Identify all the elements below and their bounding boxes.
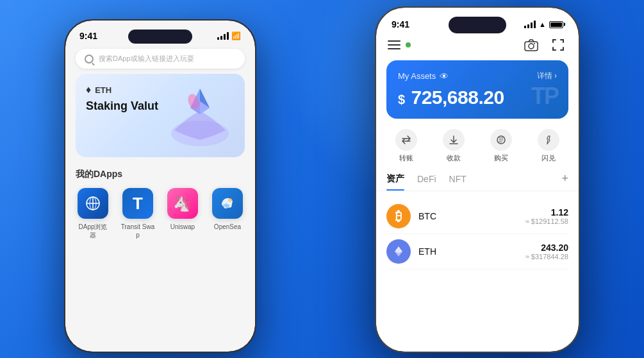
receive-label: 收款 (447, 153, 461, 163)
eth-usd: ≈ $317844.28 (525, 253, 568, 260)
eye-icon[interactable]: 👁 (440, 71, 449, 81)
battery-fill (550, 22, 562, 27)
asset-tabs: 资产 DeFi NFT + (376, 172, 579, 191)
flash-button[interactable]: 闪兑 (538, 129, 559, 163)
notch-left (128, 30, 192, 44)
dynamic-island (449, 17, 506, 33)
assets-header: My Assets 👁 详情 › (398, 71, 557, 81)
tab-nft[interactable]: NFT (449, 174, 466, 189)
receive-icon (443, 129, 465, 151)
asset-row-btc[interactable]: ₿ BTC 1.12 ≈ $129112.58 (386, 199, 568, 234)
phone-right-screen: 9:41 ▲ (376, 8, 579, 352)
battery-icon-right (549, 21, 563, 28)
btc-icon: ₿ (386, 204, 411, 228)
dapp-uniswap-icon: 🦄 (167, 188, 198, 219)
eth-coin-icon (386, 239, 411, 264)
dapp-transit-icon: T (122, 188, 153, 219)
svg-point-14 (534, 43, 535, 44)
flash-label: 闪兑 (541, 153, 556, 163)
tab-assets[interactable]: 资产 (386, 173, 404, 190)
dapp-uniswap-label: Uniswap (170, 223, 195, 231)
status-icons-left: 📶 (217, 31, 241, 40)
phones-container: 9:41 📶 搜索DApp或输入链接进入玩耍 ♦ ETH (0, 0, 644, 358)
receive-button[interactable]: 收款 (443, 129, 465, 163)
tab-defi[interactable]: DeFi (417, 174, 436, 189)
phone-right: 9:41 ▲ (375, 6, 580, 353)
assets-card[interactable]: My Assets 👁 详情 › $ 725,688.20 TP (386, 60, 568, 119)
amount-value: 725,688.20 (411, 87, 504, 108)
time-left: 9:41 (79, 31, 97, 41)
dapp-opensea-label: OpenSea (214, 223, 241, 231)
eth-values: 243.20 ≈ $317844.28 (525, 243, 568, 260)
add-asset-button[interactable]: + (561, 172, 568, 191)
dapp-browser-label: DApp浏览器 (76, 223, 110, 239)
eth-crystal-graphic (161, 79, 238, 152)
buy-label: 购买 (494, 153, 508, 163)
header-actions (522, 36, 567, 54)
btc-amount: 1.12 (525, 207, 568, 217)
btc-name: BTC (418, 211, 436, 221)
eth-diamond-icon: ♦ (86, 84, 91, 96)
dapps-title: 我的DApps (76, 169, 245, 180)
signal-icon-left (217, 32, 229, 40)
assets-title: My Assets (398, 71, 436, 81)
hamburger-dot[interactable] (388, 40, 411, 49)
search-placeholder: 搜索DApp或输入链接进入玩耍 (99, 54, 194, 64)
svg-point-11 (228, 198, 232, 202)
transfer-button[interactable]: 转账 (395, 129, 417, 163)
transfer-label: 转账 (399, 153, 413, 163)
online-dot (406, 42, 411, 47)
wifi-icon-left: 📶 (231, 31, 241, 40)
phone-left: 9:41 📶 搜索DApp或输入链接进入玩耍 ♦ ETH (64, 19, 256, 353)
header-right (376, 33, 579, 60)
dapp-transit-label: Transit Swap (120, 223, 155, 239)
assets-detail[interactable]: 详情 › (537, 71, 557, 81)
signal-icon-right (524, 21, 536, 28)
assets-label: My Assets 👁 (398, 71, 449, 81)
dapp-item-opensea[interactable]: OpenSea (210, 188, 245, 239)
svg-rect-12 (525, 42, 538, 51)
btc-usd: ≈ $129112.58 (525, 217, 568, 225)
status-icons-right: ▲ (524, 21, 563, 28)
eth-banner[interactable]: ♦ ETH Staking Valut (76, 74, 245, 157)
phone-left-screen: 9:41 📶 搜索DApp或输入链接进入玩耍 ♦ ETH (65, 21, 255, 352)
eth-name: ETH (418, 246, 436, 257)
buy-icon (490, 129, 512, 151)
asset-list: ₿ BTC 1.12 ≈ $129112.58 ETH (376, 199, 579, 269)
currency-symbol: $ (398, 92, 405, 107)
hamburger-icon[interactable] (388, 40, 400, 49)
dapps-section: 我的DApps DApp浏览器 (65, 162, 255, 244)
dapp-browser-icon (78, 188, 108, 219)
flash-icon (538, 129, 559, 151)
time-right: 9:41 (392, 19, 409, 30)
dapp-item-browser[interactable]: DApp浏览器 (76, 188, 110, 239)
svg-point-13 (529, 44, 534, 49)
camera-icon[interactable] (522, 36, 540, 54)
search-bar[interactable]: 搜索DApp或输入链接进入玩耍 (76, 49, 245, 69)
dapp-item-transit[interactable]: T Transit Swap (120, 188, 155, 239)
tp-watermark: TP (531, 83, 558, 110)
search-icon (85, 55, 94, 64)
dapp-opensea-icon (212, 188, 243, 219)
buy-button[interactable]: 购买 (490, 129, 512, 163)
scan-icon[interactable] (549, 36, 567, 54)
dapp-item-uniswap[interactable]: 🦄 Uniswap (165, 188, 200, 239)
btc-values: 1.12 ≈ $129112.58 (525, 207, 568, 225)
wifi-icon-right: ▲ (539, 21, 546, 28)
dapps-grid: DApp浏览器 T Transit Swap 🦄 Uniswap (76, 188, 245, 239)
action-buttons: 转账 收款 (376, 126, 579, 172)
eth-amount: 243.20 (525, 243, 568, 253)
asset-row-eth[interactable]: ETH 243.20 ≈ $317844.28 (386, 234, 568, 269)
transfer-icon (395, 129, 417, 151)
